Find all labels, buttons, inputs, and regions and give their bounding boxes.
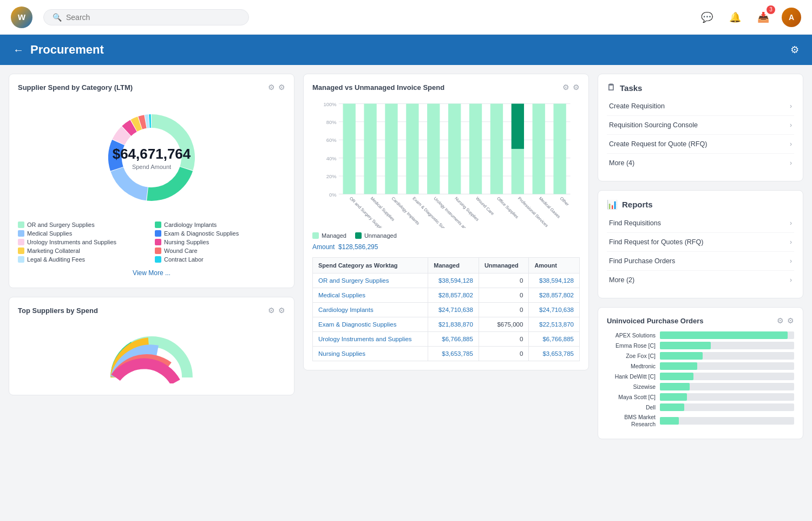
- category-cell[interactable]: Exam & Diagnostic Supplies: [313, 317, 428, 332]
- managed-cell: $3,653,785: [428, 347, 479, 361]
- spend-table-body: OR and Surgery Supplies $38,594,128 0 $3…: [313, 273, 580, 361]
- svg-text:Other: Other: [559, 196, 570, 207]
- uninvoiced-po-icons[interactable]: ⚙ ⚙: [777, 316, 794, 325]
- po-bar-fill: [660, 393, 687, 401]
- chevron-icon: ›: [790, 238, 792, 246]
- amount-cell: $24,710,638: [529, 303, 580, 317]
- filter-icon3[interactable]: ⚙: [562, 83, 569, 92]
- amount-cell: $38,594,128: [529, 273, 580, 288]
- search-input[interactable]: [66, 13, 240, 22]
- legend-item: Nursing Supplies: [155, 239, 285, 245]
- amount-cell: $6,766,885: [529, 332, 580, 347]
- tasks-icon: 🗒: [607, 83, 615, 93]
- po-bar-row: Sizewise: [607, 383, 794, 390]
- task-item[interactable]: Requisition Sourcing Console›: [607, 116, 794, 135]
- settings-icon[interactable]: ⚙: [790, 44, 799, 56]
- svg-rect-14: [364, 103, 376, 194]
- po-bar-label: Sizewise: [607, 383, 656, 390]
- svg-text:Medical Gases: Medical Gases: [538, 196, 561, 219]
- search-bar[interactable]: 🔍: [43, 9, 249, 25]
- po-bar-track: [660, 383, 794, 390]
- category-cell[interactable]: Medical Supplies: [313, 288, 428, 303]
- po-bar-label: Maya Scott [C]: [607, 394, 656, 401]
- po-bar-label: Medtronic: [607, 363, 656, 370]
- tasks-card: 🗒 Tasks Create Requisition›Requisition S…: [598, 74, 803, 181]
- po-bar-label: Hank DeWitt [C]: [607, 373, 656, 380]
- svg-text:80%: 80%: [326, 119, 337, 125]
- po-bar-fill: [660, 342, 711, 349]
- category-cell[interactable]: Cardiology Implants: [313, 303, 428, 317]
- svg-rect-16: [385, 103, 397, 194]
- bar-chart-svg: 0%20%40%60%80%100%OR and Surgery Supplie…: [312, 98, 580, 228]
- top-suppliers-icons[interactable]: ⚙ ⚙: [268, 306, 285, 315]
- top-suppliers-chart: [18, 321, 285, 386]
- search-icon: 🔍: [53, 13, 62, 22]
- svg-text:Office Supplies: Office Supplies: [496, 196, 519, 219]
- managed-cell: $6,766,885: [428, 332, 479, 347]
- po-bar-track: [660, 331, 794, 339]
- donut-amount: $64,671,764: [113, 146, 191, 162]
- po-bar-row: APEX Solutions: [607, 331, 794, 339]
- managed-unmanaged-icons[interactable]: ⚙ ⚙: [562, 83, 580, 92]
- category-cell[interactable]: OR and Surgery Supplies: [313, 273, 428, 288]
- chevron-icon: ›: [790, 159, 792, 167]
- legend-item: Marketing Collateral: [18, 248, 148, 254]
- supplier-spend-icons[interactable]: ⚙ ⚙: [268, 83, 285, 92]
- report-item[interactable]: More (2)›: [607, 271, 794, 289]
- category-cell[interactable]: Urology Instruments and Supplies: [313, 332, 428, 347]
- back-button[interactable]: ←: [13, 44, 24, 56]
- task-item[interactable]: Create Requisition›: [607, 97, 794, 116]
- svg-text:0%: 0%: [329, 192, 337, 198]
- donut-chart-container: $64,671,764 Spend Amount: [18, 98, 285, 217]
- po-bar-track: [660, 393, 794, 401]
- settings-icon-small[interactable]: ⚙: [278, 83, 285, 92]
- svg-rect-29: [512, 103, 524, 148]
- po-bar-track: [660, 403, 794, 411]
- uninvoiced-po-title: Uninvoiced Purchase Orders: [607, 317, 703, 325]
- table-row: Exam & Diagnostic Supplies $21,838,870 $…: [313, 317, 580, 332]
- task-item[interactable]: Create Request for Quote (RFQ)›: [607, 135, 794, 154]
- po-bar-row: Emma Rose [C]: [607, 342, 794, 349]
- svg-rect-28: [512, 149, 524, 194]
- chevron-icon: ›: [790, 121, 792, 129]
- managed-cell: $38,594,128: [428, 273, 479, 288]
- reports-header: 📊 Reports: [607, 199, 794, 210]
- chevron-icon: ›: [790, 219, 792, 227]
- settings-icon4[interactable]: ⚙: [787, 316, 794, 325]
- report-item[interactable]: Find Purchase Orders›: [607, 252, 794, 271]
- report-item[interactable]: Find Requisitions›: [607, 214, 794, 233]
- tasks-header: 🗒 Tasks: [607, 83, 794, 93]
- logo-area: w: [11, 6, 32, 28]
- report-item[interactable]: Find Request for Quotes (RFQ)›: [607, 233, 794, 252]
- filter-icon[interactable]: ⚙: [268, 83, 275, 92]
- chevron-icon: ›: [790, 276, 792, 284]
- avatar[interactable]: A: [782, 8, 801, 27]
- supplier-spend-card: Supplier Spend by Category (LTM) ⚙ ⚙ $64…: [9, 74, 294, 288]
- managed-unmanaged-header: Managed vs Unmanaged Invoice Spend ⚙ ⚙: [312, 83, 580, 92]
- table-header-row: Spend Category as Worktag Managed Unmana…: [313, 258, 580, 273]
- po-bars: APEX Solutions Emma Rose [C] Zoe Fox [C]…: [607, 331, 794, 427]
- svg-rect-24: [469, 103, 482, 194]
- po-bar-row: Zoe Fox [C]: [607, 352, 794, 360]
- donut-wrap: $64,671,764 Spend Amount: [92, 98, 211, 217]
- svg-rect-22: [448, 103, 461, 194]
- po-bar-row: Medtronic: [607, 362, 794, 370]
- filter-icon4[interactable]: ⚙: [777, 316, 784, 325]
- supplier-spend-legend: OR and Surgery SuppliesCardiology Implan…: [18, 222, 285, 263]
- amount-label: Amount: [312, 243, 335, 251]
- notification-icon-button[interactable]: 🔔: [725, 8, 745, 27]
- col-unmanaged: Unmanaged: [479, 258, 529, 273]
- view-more-button[interactable]: View More ...: [18, 267, 285, 279]
- settings-icon2[interactable]: ⚙: [278, 306, 285, 315]
- category-cell[interactable]: Nursing Supplies: [313, 347, 428, 361]
- page-title: Procurement: [30, 43, 790, 57]
- chat-icon-button[interactable]: 💬: [697, 8, 717, 27]
- filter-icon2[interactable]: ⚙: [268, 306, 275, 315]
- table-row: Cardiology Implants $24,710,638 0 $24,71…: [313, 303, 580, 317]
- task-item[interactable]: More (4)›: [607, 154, 794, 172]
- settings-icon3[interactable]: ⚙: [573, 83, 580, 92]
- managed-unmanaged-title: Managed vs Unmanaged Invoice Spend: [312, 83, 444, 92]
- inbox-badge: 3: [767, 5, 775, 14]
- svg-text:OR and Surgery Supplies: OR and Surgery Supplies: [349, 196, 386, 228]
- top-navigation: w 🔍 💬 🔔 📥 3 A: [0, 0, 812, 35]
